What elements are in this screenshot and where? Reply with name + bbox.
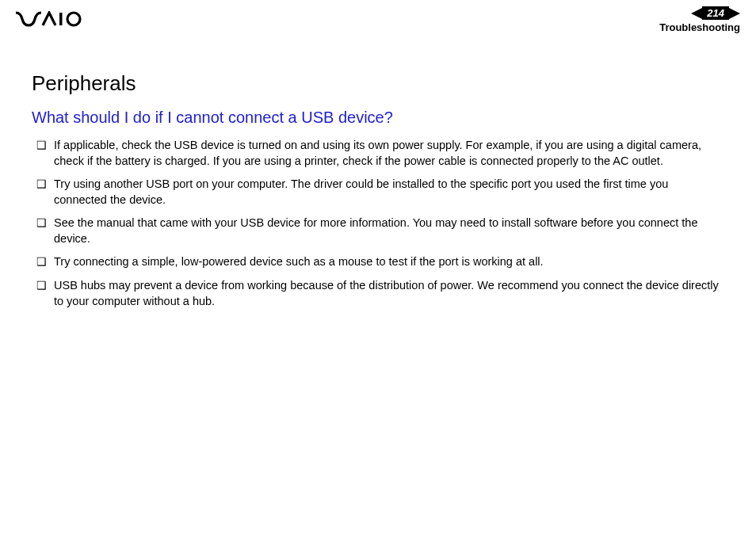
bullet-icon: ❑ <box>36 278 54 292</box>
bullet-list: ❑ If applicable, check the USB device is… <box>32 138 724 309</box>
bullet-icon: ❑ <box>36 177 54 191</box>
page-content: Peripherals What should I do if I cannot… <box>0 32 756 309</box>
bullet-icon: ❑ <box>36 254 54 269</box>
list-item: ❑ USB hubs may prevent a device from wor… <box>36 278 724 309</box>
page-number: 214 <box>702 6 729 20</box>
prev-page-arrow-icon[interactable] <box>691 8 702 19</box>
page-navigation: 214 <box>691 6 740 20</box>
bullet-text: USB hubs may prevent a device from worki… <box>54 278 724 309</box>
page-title: Peripherals <box>32 71 724 96</box>
svg-point-1 <box>67 13 80 25</box>
svg-rect-0 <box>59 13 63 25</box>
next-page-arrow-icon[interactable] <box>729 8 740 19</box>
bullet-icon: ❑ <box>36 138 54 152</box>
header-right: 214 Troubleshooting <box>659 6 740 33</box>
bullet-text: If applicable, check the USB device is t… <box>54 138 724 169</box>
list-item: ❑ If applicable, check the USB device is… <box>36 138 724 169</box>
list-item: ❑ See the manual that came with your USB… <box>36 216 724 246</box>
bullet-text: Try connecting a simple, low-powered dev… <box>54 254 724 270</box>
section-label: Troubleshooting <box>659 21 740 33</box>
list-item: ❑ Try connecting a simple, low-powered d… <box>36 254 724 270</box>
bullet-text: See the manual that came with your USB d… <box>54 216 724 246</box>
page-header: 214 Troubleshooting <box>0 0 756 32</box>
bullet-icon: ❑ <box>36 216 54 230</box>
page-subtitle: What should I do if I cannot connect a U… <box>32 109 724 127</box>
bullet-text: Try using another USB port on your compu… <box>54 177 724 208</box>
vaio-logo <box>16 11 87 30</box>
list-item: ❑ Try using another USB port on your com… <box>36 177 724 208</box>
